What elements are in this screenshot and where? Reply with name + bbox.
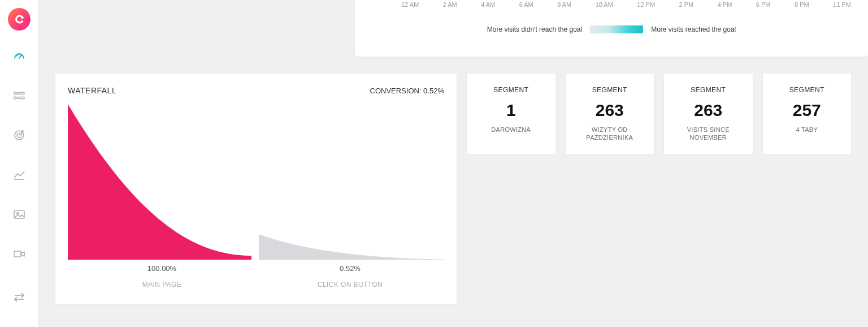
time-tick: 8 PM <box>795 1 809 8</box>
segments-icon <box>12 89 26 102</box>
waterfall-step-1-pct: 100.00% <box>68 264 256 273</box>
time-tick: 4 PM <box>718 1 732 8</box>
time-tick: 2 AM <box>443 1 457 8</box>
waterfall-step-1-labels: 100.00% MAIN PAGE <box>68 264 256 289</box>
waterfall-conversion: CONVERSION: 0.52% <box>370 87 445 95</box>
time-tick: 10 AM <box>596 1 613 8</box>
waterfall-step-2-pct: 0.52% <box>256 264 444 273</box>
waterfall-step-2-name: CLICK ON BUTTON <box>256 281 444 289</box>
video-icon <box>12 247 26 261</box>
waterfall-step-1-area <box>68 104 251 260</box>
sidebar-nav <box>0 48 38 306</box>
segment-desc: 4 TABY <box>767 126 847 134</box>
waterfall-chart <box>68 104 444 260</box>
segment-value: 1 <box>471 102 551 119</box>
segment-desc: DAROWIZNA <box>471 126 551 134</box>
segment-desc: WIZYTY OD PAŹDZIERNIKA <box>570 126 650 142</box>
sidebar-item-compare[interactable] <box>0 289 38 306</box>
image-icon <box>12 208 26 221</box>
time-axis: 12 AM 2 AM 4 AM 6 AM 8 AM 10 AM 12 PM 2 … <box>401 1 851 8</box>
svg-point-3 <box>19 54 20 55</box>
svg-rect-8 <box>18 97 24 99</box>
svg-marker-0 <box>21 16 24 19</box>
segment-card[interactable]: SEGMENT 263 WIZYTY OD PAŹDZIERNIKA <box>566 74 654 154</box>
sidebar-item-recordings[interactable] <box>0 246 38 263</box>
time-tick: 12 PM <box>637 1 655 8</box>
sidebar-item-segments[interactable] <box>0 87 38 104</box>
svg-point-7 <box>14 97 16 99</box>
segment-card[interactable]: SEGMENT 257 4 TABY <box>763 74 852 154</box>
waterfall-card: WATERFALL CONVERSION: 0.52% 100.00% MAIN… <box>55 74 457 304</box>
sidebar-item-dashboard[interactable] <box>0 48 38 64</box>
time-tick: 12 AM <box>401 1 419 8</box>
main: 12 AM 2 AM 4 AM 6 AM 8 AM 10 AM 12 PM 2 … <box>38 0 868 327</box>
legend-gradient <box>590 25 643 33</box>
gauge-icon <box>12 49 26 63</box>
svg-rect-15 <box>14 251 21 257</box>
target-icon <box>12 128 26 142</box>
segments-row: SEGMENT 1 DAROWIZNA SEGMENT 263 WIZYTY O… <box>467 74 851 154</box>
visits-heatmap-card: 12 AM 2 AM 4 AM 6 AM 8 AM 10 AM 12 PM 2 … <box>355 0 868 57</box>
time-tick: 4 AM <box>481 1 495 8</box>
time-tick: 6 PM <box>756 1 771 8</box>
waterfall-svg <box>68 104 444 260</box>
waterfall-step-2-area <box>259 234 444 260</box>
chart-icon <box>12 168 26 182</box>
time-tick: 2 PM <box>679 1 694 8</box>
svg-rect-6 <box>18 93 24 94</box>
logo-c-icon <box>12 12 26 26</box>
waterfall-title: WATERFALL <box>68 86 116 95</box>
sidebar-item-images[interactable] <box>0 206 38 223</box>
segment-value: 263 <box>570 102 650 119</box>
waterfall-step-1-name: MAIN PAGE <box>68 281 256 289</box>
waterfall-labels: 100.00% MAIN PAGE 0.52% CLICK ON BUTTON <box>68 264 444 289</box>
waterfall-step-2-labels: 0.52% CLICK ON BUTTON <box>256 264 444 289</box>
segment-desc: VISITS SINCE NOVEMBER <box>669 126 748 142</box>
segment-title: SEGMENT <box>669 86 748 94</box>
segment-value: 257 <box>767 102 847 119</box>
segment-card[interactable]: SEGMENT 263 VISITS SINCE NOVEMBER <box>664 74 753 154</box>
svg-point-5 <box>14 92 16 94</box>
svg-marker-16 <box>21 252 24 256</box>
svg-line-4 <box>19 56 21 58</box>
legend-right-label: More visits reached the goal <box>651 25 736 33</box>
segment-title: SEGMENT <box>471 86 551 94</box>
swap-icon <box>12 290 26 304</box>
segment-value: 263 <box>669 102 748 119</box>
sidebar-item-charts[interactable] <box>0 166 38 183</box>
segment-title: SEGMENT <box>570 86 650 94</box>
segment-card[interactable]: SEGMENT 1 DAROWIZNA <box>467 74 555 154</box>
logo[interactable] <box>0 2 38 36</box>
svg-point-1 <box>16 55 18 56</box>
time-tick: 6 AM <box>519 1 533 8</box>
sidebar <box>0 0 38 327</box>
legend-left-label: More visits didn't reach the goal <box>487 25 582 33</box>
time-tick: 11 PM <box>833 1 851 8</box>
time-tick: 8 AM <box>557 1 571 8</box>
heatmap-legend: More visits didn't reach the goal More v… <box>487 25 736 33</box>
segment-title: SEGMENT <box>767 86 847 94</box>
sidebar-item-goals[interactable] <box>0 127 38 144</box>
